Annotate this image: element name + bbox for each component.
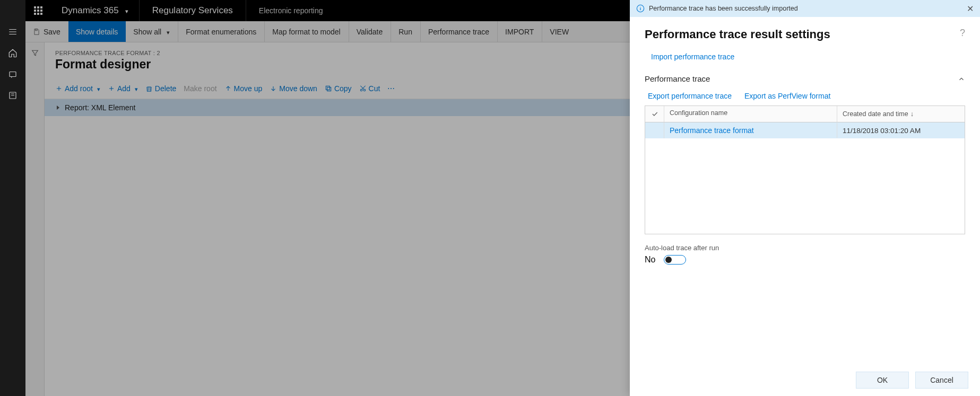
svg-rect-3 [37, 6, 39, 8]
save-label: Save [44, 28, 60, 36]
close-banner-icon[interactable]: ✕ [967, 4, 974, 14]
import-button[interactable]: IMPORT [497, 21, 542, 42]
hamburger-icon[interactable] [0, 21, 25, 42]
filter-rail [25, 42, 45, 396]
format-enumerations-button[interactable]: Format enumerations [178, 21, 264, 42]
trace-grid: Configuration name Created date and time… [645, 105, 965, 234]
brand-label: Dynamics 365 [62, 5, 119, 16]
svg-rect-8 [34, 13, 36, 15]
row-checkbox[interactable] [645, 122, 664, 138]
chevron-down-icon [123, 5, 128, 16]
select-all-checkbox[interactable] [645, 106, 664, 122]
move-up-button[interactable]: Move up [224, 84, 263, 93]
svg-rect-2 [34, 6, 36, 8]
svg-rect-6 [37, 10, 39, 12]
left-rail [0, 0, 25, 396]
cut-button[interactable]: Cut [359, 84, 380, 93]
svg-rect-9 [37, 13, 39, 15]
svg-rect-11 [36, 29, 38, 30]
banner-text: Performance trace has been successfully … [649, 5, 798, 12]
help-icon[interactable]: ? [960, 28, 965, 39]
run-button[interactable]: Run [391, 21, 420, 42]
svg-rect-10 [40, 13, 42, 15]
move-down-button[interactable]: Move down [270, 84, 317, 93]
trace-section-label: Performance trace [645, 74, 710, 83]
autoload-toggle[interactable] [664, 255, 686, 265]
svg-rect-5 [34, 10, 36, 12]
waffle-icon[interactable] [25, 0, 51, 21]
make-root-button: Make root [184, 84, 216, 93]
show-details-label: Show details [76, 28, 118, 36]
home-icon[interactable] [0, 42, 25, 64]
export-trace-link[interactable]: Export performance trace [648, 92, 732, 100]
recent-icon[interactable] [0, 64, 25, 85]
delete-button[interactable]: Delete [145, 84, 176, 93]
table-row[interactable]: Performance trace format 11/18/2018 03:0… [645, 122, 965, 138]
map-format-button[interactable]: Map format to model [264, 21, 348, 42]
autoload-value: No [645, 255, 655, 265]
ok-button[interactable]: OK [856, 372, 909, 389]
show-all-button[interactable]: Show all [126, 21, 178, 42]
save-button[interactable]: Save [25, 21, 68, 42]
caret-right-icon [55, 105, 60, 110]
brand-menu[interactable]: Dynamics 365 [51, 0, 140, 21]
area-label: Regulatory Services [140, 0, 246, 21]
filter-icon[interactable] [31, 49, 39, 59]
row-config-name[interactable]: Performance trace format [670, 126, 754, 135]
cancel-button[interactable]: Cancel [915, 372, 968, 389]
show-all-label: Show all [133, 28, 161, 36]
svg-rect-0 [10, 72, 16, 77]
info-banner: Performance trace has been successfully … [630, 0, 980, 17]
panel-title: Performance trace result settings [645, 28, 960, 41]
add-button[interactable]: Add [108, 84, 138, 93]
import-trace-link[interactable]: Import performance trace [651, 52, 734, 61]
module-icon[interactable] [0, 85, 25, 106]
breadcrumb: Electronic reporting [246, 0, 336, 21]
more-button[interactable]: ⋯ [387, 84, 395, 93]
add-root-button[interactable]: Add root [55, 84, 100, 93]
sort-desc-icon: ↓ [910, 110, 914, 118]
svg-rect-13 [326, 86, 329, 90]
row-date: 11/18/2018 03:01:20 AM [837, 124, 965, 138]
col-created-date[interactable]: Created date and time ↓ [837, 106, 965, 122]
chevron-up-icon [958, 75, 965, 83]
copy-button[interactable]: Copy [325, 84, 352, 93]
svg-rect-4 [40, 6, 42, 8]
chevron-down-icon [133, 84, 138, 93]
trace-section-toggle[interactable]: Performance trace [645, 74, 965, 83]
svg-rect-7 [40, 10, 42, 12]
chevron-down-icon [164, 28, 170, 36]
show-details-button[interactable]: Show details [68, 21, 126, 42]
col-config-name[interactable]: Configuration name [664, 106, 837, 122]
info-icon [636, 4, 645, 13]
validate-button[interactable]: Validate [349, 21, 391, 42]
autoload-label: Auto-load trace after run [645, 244, 965, 252]
svg-rect-12 [327, 87, 331, 91]
export-perfview-link[interactable]: Export as PerfView format [744, 92, 830, 100]
tree-item-label: Report: XML Element [65, 103, 135, 112]
performance-trace-panel: Performance trace has been successfully … [630, 0, 980, 396]
chevron-down-icon [95, 84, 100, 93]
performance-trace-button[interactable]: Performance trace [420, 21, 497, 42]
view-button[interactable]: VIEW [542, 21, 577, 42]
